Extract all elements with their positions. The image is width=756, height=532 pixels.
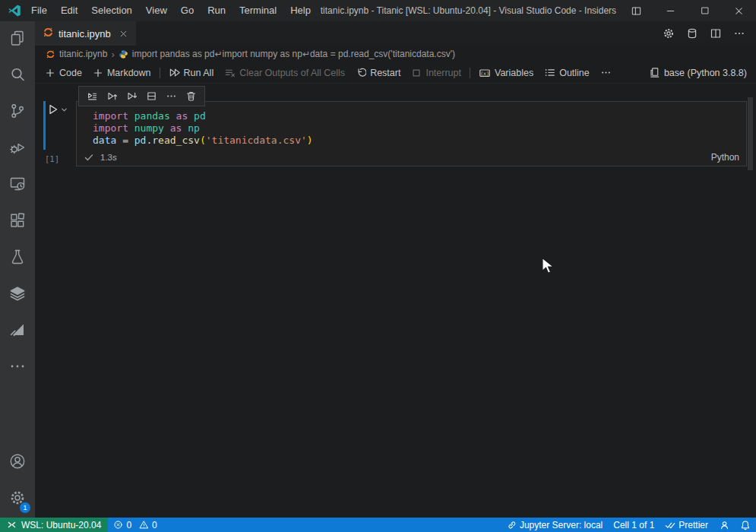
outline-icon xyxy=(544,67,555,78)
remote-icon xyxy=(7,520,17,530)
database-icon[interactable] xyxy=(686,27,698,40)
prettier-indicator[interactable]: Prettier xyxy=(660,518,713,532)
feedback-icon xyxy=(719,520,729,530)
add-code-cell-button[interactable]: Code xyxy=(40,62,87,83)
cell-editor[interactable]: import pandas as pdimport numpy as npdat… xyxy=(76,101,747,166)
remote-indicator[interactable]: WSL: Ubuntu-20.04 xyxy=(0,518,108,532)
maximize-icon[interactable] xyxy=(688,0,722,21)
menu-help[interactable]: Help xyxy=(283,0,318,21)
activity-item-remote-explorer-icon[interactable] xyxy=(0,167,35,204)
layers-icon xyxy=(8,284,27,306)
run-all-icon xyxy=(169,67,180,78)
python-icon xyxy=(119,49,128,59)
window-controls xyxy=(619,0,756,21)
menu-view[interactable]: View xyxy=(139,0,174,21)
tab-titanic-ipynb[interactable]: titanic.ipynb xyxy=(35,21,136,46)
run-all-button[interactable]: Run All xyxy=(163,62,220,83)
check-all-icon xyxy=(665,520,675,530)
notebook-editor: [1] import pandas as pdimport numpy as n… xyxy=(35,84,756,518)
jupyter-server-indicator[interactable]: Jupyter Server: local xyxy=(501,518,608,532)
variables-button[interactable]: (x) Variables xyxy=(473,62,539,83)
more-toolbar-actions-button[interactable] xyxy=(595,62,617,83)
error-count: 0 xyxy=(126,520,131,530)
activity-item-extensions-icon[interactable] xyxy=(0,204,35,240)
menu-run[interactable]: Run xyxy=(201,0,232,21)
run-by-line-icon[interactable] xyxy=(87,90,98,102)
menu-edit[interactable]: Edit xyxy=(54,0,84,21)
success-check-icon xyxy=(84,152,94,163)
activity-bar-bottom: 1 xyxy=(0,445,35,518)
kernel-picker[interactable]: base (Python 3.8.8) xyxy=(649,67,750,78)
minimize-icon[interactable] xyxy=(653,0,688,21)
chevron-down-icon xyxy=(60,106,68,114)
activity-item-settings-gear-icon[interactable]: 1 xyxy=(0,481,35,518)
activity-item-more-views-icon[interactable] xyxy=(0,350,35,386)
activity-item-run-and-debug-icon[interactable] xyxy=(0,131,35,167)
clear-outputs-icon xyxy=(224,67,236,78)
remote-explorer-icon xyxy=(8,175,27,196)
clear-outputs-button: Clear Outputs of All Cells xyxy=(219,62,350,83)
close-tab-icon[interactable] xyxy=(119,29,128,39)
activity-item-search-icon[interactable] xyxy=(0,58,35,94)
more-cell-actions-icon[interactable] xyxy=(166,90,177,102)
cell-position-indicator[interactable]: Cell 1 of 1 xyxy=(608,518,660,532)
gear-icon[interactable] xyxy=(663,27,675,40)
editor-actions xyxy=(663,21,756,46)
restart-kernel-button[interactable]: Restart xyxy=(350,62,406,83)
activity-item-account-icon[interactable] xyxy=(0,445,35,481)
activity-item-layers-icon[interactable] xyxy=(0,277,35,313)
add-markdown-cell-button[interactable]: Markdown xyxy=(87,62,157,83)
activity-item-explorer-icon[interactable] xyxy=(0,21,35,58)
more-actions-icon[interactable] xyxy=(733,27,745,40)
activity-item-testing-flask-icon[interactable] xyxy=(0,240,35,277)
breadcrumb-file[interactable]: titanic.ipynb xyxy=(59,49,107,59)
variables-label: Variables xyxy=(495,68,533,78)
error-icon xyxy=(113,520,123,530)
warning-count: 0 xyxy=(152,520,157,530)
activity-bar-top xyxy=(0,21,35,386)
tab-label: titanic.ipynb xyxy=(59,28,111,40)
code-line: import numpy as np xyxy=(93,122,746,135)
execute-cell-and-below-icon[interactable] xyxy=(126,90,138,102)
interrupt-button: Interrupt xyxy=(406,62,467,83)
more-views-icon xyxy=(8,357,27,378)
vscode-window: FileEditSelectionViewGoRunTerminalHelp t… xyxy=(0,0,756,532)
cell-language-picker[interactable]: Python xyxy=(711,152,739,163)
notebook-scrollbar[interactable] xyxy=(748,97,753,170)
add-markdown-label: Markdown xyxy=(107,68,151,78)
execute-above-cells-icon[interactable] xyxy=(106,90,118,102)
title-bar: FileEditSelectionViewGoRunTerminalHelp t… xyxy=(0,0,756,21)
menu-file[interactable]: File xyxy=(24,0,54,21)
execution-duration: 1.3s xyxy=(100,153,117,162)
menu-selection[interactable]: Selection xyxy=(84,0,138,21)
activity-item-source-control-icon[interactable] xyxy=(0,94,35,131)
notifications-item[interactable] xyxy=(735,518,756,532)
execution-count: [1] xyxy=(45,154,59,163)
split-cell-icon[interactable] xyxy=(146,90,157,102)
kernel-label: base (Python 3.8.8) xyxy=(664,68,747,78)
menu-terminal[interactable]: Terminal xyxy=(232,0,283,21)
notebook-toolbar: Code Markdown Run All Clear Outputs of A… xyxy=(35,62,756,84)
toolbar-separator xyxy=(470,68,470,78)
activity-item-send-icon[interactable] xyxy=(0,313,35,350)
kernel-icon xyxy=(649,67,660,78)
search-icon xyxy=(8,65,27,87)
run-all-label: Run All xyxy=(184,68,214,78)
outline-button[interactable]: Outline xyxy=(539,62,595,83)
feedback-item[interactable] xyxy=(713,518,735,532)
breadcrumb: titanic.ipynb › import pandas as pd↵impo… xyxy=(35,46,756,62)
menu-go[interactable]: Go xyxy=(174,0,201,21)
account-icon xyxy=(8,452,27,473)
delete-cell-icon[interactable] xyxy=(185,90,197,102)
code-area[interactable]: import pandas as pdimport numpy as npdat… xyxy=(77,102,746,147)
interrupt-label: Interrupt xyxy=(425,68,461,78)
problems-indicator[interactable]: 0 0 xyxy=(108,518,162,532)
split-editor-icon[interactable] xyxy=(710,27,722,40)
layout-icon[interactable] xyxy=(619,0,653,21)
run-cell-icon xyxy=(47,103,59,116)
remote-label: WSL: Ubuntu-20.04 xyxy=(21,520,101,530)
jupyter-notebook-icon xyxy=(43,27,54,41)
close-window-icon[interactable] xyxy=(722,0,756,21)
breadcrumb-cell-preview[interactable]: import pandas as pd↵import numpy as np↵d… xyxy=(132,49,455,59)
run-cell-button[interactable] xyxy=(47,103,68,116)
